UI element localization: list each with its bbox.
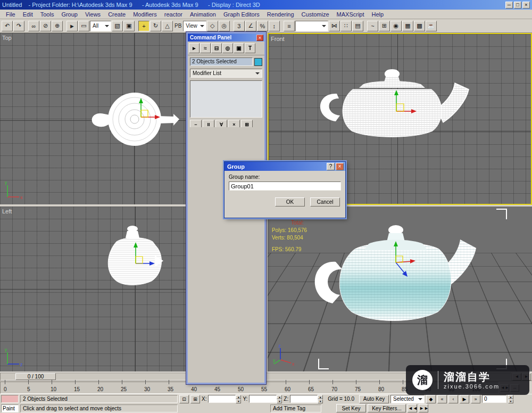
utilities-tab-icon[interactable]: T: [245, 43, 255, 53]
pb-label[interactable]: PB: [173, 21, 182, 31]
select-object-icon[interactable]: ►: [66, 21, 78, 31]
go-to-end-button[interactable]: »: [471, 395, 480, 403]
render-setup-icon[interactable]: ▦: [402, 21, 413, 31]
menu-item[interactable]: Customize: [298, 11, 333, 18]
quick-render-icon[interactable]: ☕: [426, 21, 437, 31]
mirror-icon[interactable]: ⋈: [329, 21, 340, 31]
modifier-stack-list[interactable]: [190, 80, 262, 118]
bind-to-space-warp-icon[interactable]: ⊕: [52, 21, 63, 31]
edit-named-selections-icon[interactable]: ≡: [284, 21, 295, 31]
group-dialog-close-button[interactable]: ×: [336, 163, 344, 170]
previous-key-button[interactable]: ◄◄: [408, 404, 417, 412]
go-to-start-button[interactable]: «: [437, 395, 447, 403]
modify-tab-icon[interactable]: ≈: [200, 43, 211, 53]
material-editor-icon[interactable]: ◉: [390, 21, 402, 31]
display-tab-icon[interactable]: ▣: [234, 43, 244, 53]
play-animation-button[interactable]: ▶: [460, 395, 469, 403]
align-icon[interactable]: ∷: [340, 21, 352, 31]
move-gizmo[interactable]: [114, 242, 157, 285]
add-time-tag[interactable]: Add Time Tag: [270, 404, 321, 412]
menu-item[interactable]: Create: [104, 11, 129, 18]
rendered-frame-window-icon[interactable]: ▩: [414, 21, 425, 31]
maxscript-mini-listener[interactable]: Paint: [1, 404, 19, 412]
redo-icon[interactable]: ↷: [13, 21, 24, 31]
selection-lock-toggle[interactable]: ⊡: [179, 395, 189, 403]
macro-recorder-cell[interactable]: [1, 395, 19, 403]
move-gizmo[interactable]: [375, 241, 417, 284]
named-selection-set-dropdown[interactable]: [295, 21, 328, 31]
selection-region-icon[interactable]: ▭: [78, 21, 89, 31]
previous-frame-button[interactable]: ‹: [448, 395, 458, 403]
select-and-move-icon[interactable]: +: [138, 21, 149, 31]
motion-tab-icon[interactable]: ◎: [222, 43, 233, 53]
menu-item[interactable]: Help: [368, 11, 388, 18]
selection-filter-dropdown[interactable]: All: [90, 21, 111, 31]
menu-item[interactable]: Graph Editors: [220, 11, 263, 18]
angle-snap-icon[interactable]: ∠: [245, 21, 256, 31]
default-in-out-tangents-button[interactable]: ◆: [426, 395, 436, 403]
toolbar-icon[interactable]: [25, 21, 28, 31]
menu-item[interactable]: Animation: [186, 11, 220, 18]
percent-snap-icon[interactable]: %: [257, 21, 268, 31]
select-and-scale-icon[interactable]: △: [162, 21, 173, 31]
viewport-label-top[interactable]: Top: [2, 35, 12, 41]
next-key-button[interactable]: ►►: [419, 404, 428, 412]
object-name-field[interactable]: 2 Objects Selected: [190, 57, 253, 66]
schematic-view-icon[interactable]: ⊞: [379, 21, 390, 31]
command-panel-titlebar[interactable]: Command Panel ×: [188, 34, 264, 42]
y-spinner[interactable]: ▲▼: [277, 395, 282, 403]
window-crossing-toggle-icon[interactable]: ▣: [123, 21, 135, 31]
menu-item[interactable]: Rendering: [263, 11, 298, 18]
select-and-manipulate-icon[interactable]: ◎: [219, 21, 230, 31]
auto-key-button[interactable]: Auto Key: [359, 395, 389, 403]
object-color-swatch[interactable]: [254, 58, 262, 66]
group-dialog-help-button[interactable]: ?: [327, 163, 335, 170]
undo-icon[interactable]: ↶: [2, 21, 13, 31]
menu-item[interactable]: Edit: [19, 11, 37, 18]
use-pivot-center-icon[interactable]: ◇: [207, 21, 218, 31]
curve-editor-icon[interactable]: ~: [367, 21, 378, 31]
toolbar-icon[interactable]: [63, 21, 66, 31]
viewport-label-left[interactable]: Left: [2, 208, 12, 214]
cancel-button[interactable]: Cancel: [310, 197, 340, 206]
menu-item[interactable]: MAXScript: [333, 11, 368, 18]
y-coordinate-input[interactable]: [249, 395, 277, 403]
menu-item[interactable]: File: [2, 11, 19, 18]
menu-item[interactable]: Group: [57, 11, 81, 18]
move-gizmo[interactable]: [120, 96, 162, 138]
layer-manager-icon[interactable]: ▤: [352, 21, 363, 31]
spinner-snap-icon[interactable]: ↕: [269, 21, 280, 31]
viewport-label-front[interactable]: Front: [271, 36, 285, 42]
toolbar-icon[interactable]: [135, 21, 138, 31]
set-key-button[interactable]: Set Key: [336, 404, 366, 412]
create-tab-icon[interactable]: ►: [189, 43, 200, 53]
selection-set-key-dropdown[interactable]: Selected: [390, 395, 425, 403]
ok-button[interactable]: OK: [275, 197, 305, 206]
group-name-input[interactable]: [229, 181, 341, 191]
time-slider-thumb[interactable]: 0 / 100: [15, 373, 56, 380]
z-spinner[interactable]: ▲▼: [318, 395, 323, 403]
group-dialog-titlebar[interactable]: Group ? ×: [225, 162, 345, 171]
current-frame-field[interactable]: [482, 395, 506, 403]
close-button[interactable]: ×: [522, 2, 530, 9]
toolbar-icon[interactable]: [230, 21, 233, 31]
reference-coordinate-dropdown[interactable]: View: [183, 21, 206, 31]
frame-spinner[interactable]: ▲▼: [508, 395, 513, 403]
viewport-perspective[interactable]: Total: Polys: 160,576 Verts: 80,504 FPS:…: [268, 206, 532, 371]
minimize-button[interactable]: ─: [505, 2, 513, 9]
select-and-link-icon[interactable]: ∞: [28, 21, 39, 31]
title-bar[interactable]: Untitled - Project Folder: H:\Autodesk 3…: [0, 0, 532, 10]
key-filters-button[interactable]: Key Filters...: [368, 404, 406, 412]
toolbar-icon[interactable]: [280, 21, 283, 31]
maximize-button[interactable]: □: [514, 2, 521, 9]
toolbar-icon[interactable]: [364, 21, 367, 31]
modifier-list-dropdown[interactable]: Modifier List: [190, 69, 262, 78]
unlink-selection-icon[interactable]: ⊘: [40, 21, 51, 31]
select-by-name-icon[interactable]: ▧: [112, 21, 123, 31]
menu-item[interactable]: Tools: [37, 11, 58, 18]
move-gizmo[interactable]: [375, 90, 418, 133]
hierarchy-tab-icon[interactable]: ⊟: [211, 43, 222, 53]
x-coordinate-input[interactable]: [208, 395, 236, 403]
transform-typein-mode-toggle[interactable]: ⊞: [190, 395, 200, 403]
menu-item[interactable]: Modifiers: [129, 11, 161, 18]
